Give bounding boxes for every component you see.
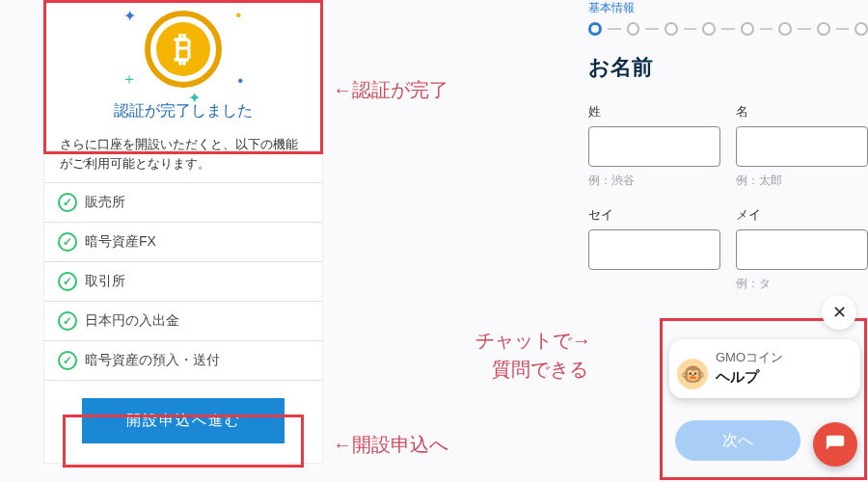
step-dot: [817, 22, 830, 36]
chat-bubble[interactable]: 🐵 GMOコイン ヘルプ: [669, 339, 860, 398]
check-icon: ✓: [58, 193, 77, 212]
sub-description: さらに口座を開設いただくと、以下の機能がご利用可能となります。: [44, 129, 322, 182]
list-item: ✓暗号資産FX: [44, 223, 322, 262]
step-dash: [645, 28, 659, 30]
label-sei: 姓: [588, 103, 720, 120]
annotation-apply: ←開設申込へ: [333, 432, 448, 458]
step-dot: [741, 22, 754, 36]
input-sei-kana[interactable]: [588, 229, 720, 270]
sparkle-icon: ＋: [122, 69, 137, 90]
form-title: お名前: [588, 53, 868, 82]
chat-icon: [825, 434, 846, 455]
label-mei-kana: メイ: [736, 206, 868, 224]
list-item: ✓販売所: [44, 183, 322, 223]
check-icon: ✓: [58, 232, 77, 252]
feature-label: 暗号資産の預入・送付: [85, 352, 220, 369]
step-dot: [702, 22, 716, 36]
chat-launcher-button[interactable]: [813, 422, 857, 467]
chat-title: GMOコイン: [716, 349, 849, 366]
sparkle-icon: ✦: [123, 7, 136, 25]
right-form-panel: 基本情報 お名前 姓 例：渋谷 名 例：太郎 セイ メイ: [588, 0, 868, 309]
check-icon: ✓: [58, 272, 77, 291]
hint-mei-kana: 例：タ: [736, 276, 868, 292]
annotation-auth-done: ←認証が完了: [333, 77, 448, 103]
list-item: ✓暗号資産の預入・送付: [44, 341, 322, 381]
step-dot: [665, 22, 678, 36]
label-mei: 名: [736, 103, 868, 120]
step-dash: [608, 28, 621, 30]
step-dash: [836, 28, 850, 30]
feature-list: ✓販売所 ✓暗号資産FX ✓取引所 ✓日本円の入出金 ✓暗号資産の預入・送付: [44, 182, 322, 381]
input-mei[interactable]: [736, 126, 868, 167]
auth-complete-text: 認証が完了しました: [44, 101, 322, 121]
next-button[interactable]: 次へ: [675, 420, 800, 461]
bitcoin-icon: ₿ ✦ • ＋ • ＋ ✦: [145, 11, 222, 88]
check-icon: ✓: [58, 351, 77, 370]
chat-message: ヘルプ: [716, 368, 849, 387]
section-label: 基本情報: [588, 0, 868, 16]
step-dash: [721, 28, 735, 30]
input-mei-kana[interactable]: [736, 229, 868, 270]
step-dot: [627, 22, 640, 36]
feature-label: 取引所: [85, 273, 125, 290]
hint-sei: 例：渋谷: [588, 173, 720, 189]
annotation-chat-2: 質問できる: [492, 357, 588, 383]
label-sei-kana: セイ: [588, 206, 720, 224]
progress-dots: [588, 22, 868, 36]
sparkle-icon: •: [237, 72, 243, 90]
sparkle-icon: ✦: [188, 89, 201, 107]
left-panel: ₿ ✦ • ＋ • ＋ ✦ 認証が完了しました さらに口座を開設いただくと、以下…: [43, 0, 323, 464]
sparkle-icon: •: [235, 7, 241, 24]
list-item: ✓日本円の入出金: [44, 302, 322, 341]
avatar-icon: 🐵: [677, 359, 708, 389]
feature-label: 販売所: [85, 194, 125, 211]
step-dash: [798, 28, 811, 30]
sparkle-icon: ＋: [174, 0, 189, 10]
bitcoin-glyph: ₿: [156, 22, 210, 76]
badge-area: ₿ ✦ • ＋ • ＋ ✦ 認証が完了しました: [44, 1, 322, 129]
step-dot: [778, 22, 792, 36]
step-dash: [760, 28, 773, 30]
check-icon: ✓: [58, 311, 77, 331]
annotation-chat-1: チャットで→: [475, 328, 591, 354]
feature-label: 暗号資産FX: [85, 233, 156, 251]
step-dot-active: [588, 22, 602, 36]
close-icon: ✕: [832, 302, 847, 323]
apply-button[interactable]: 開設申込へ進む: [82, 398, 285, 443]
hint-mei: 例：太郎: [736, 173, 868, 189]
step-dot: [854, 22, 868, 36]
chat-close-button[interactable]: ✕: [822, 295, 856, 330]
feature-label: 日本円の入出金: [85, 312, 179, 330]
input-sei[interactable]: [588, 126, 720, 167]
step-dash: [684, 28, 697, 30]
list-item: ✓取引所: [44, 262, 322, 302]
